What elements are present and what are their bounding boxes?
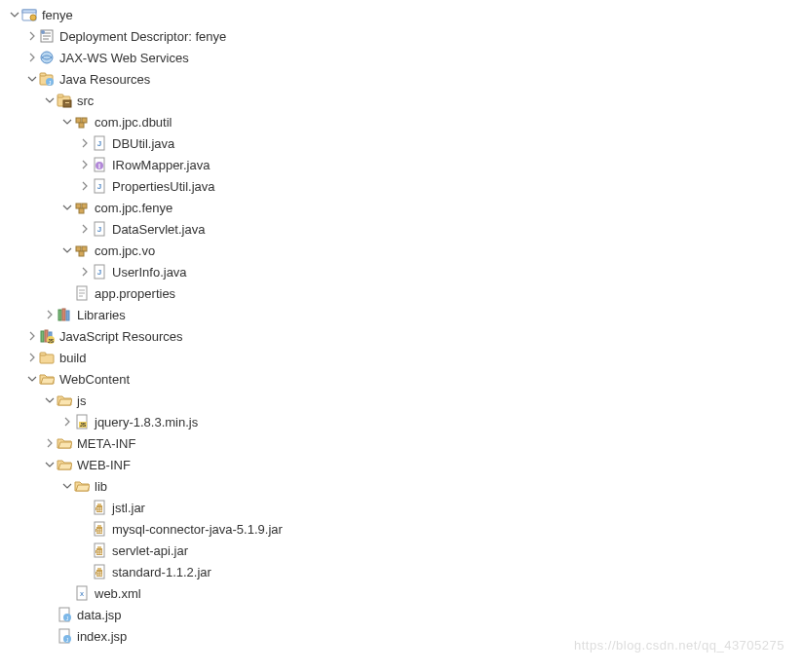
tree-node[interactable]: com.jpc.vo (4, 240, 800, 261)
chevron-right-icon[interactable] (78, 222, 92, 236)
tree-node[interactable]: Deployment Descriptor: fenye (4, 25, 800, 47)
chevron-right-icon[interactable] (25, 29, 39, 43)
tree-node-label: META-INF (76, 436, 135, 451)
tree-node-label: com.jpc.dbutil (94, 115, 172, 130)
tree-node[interactable]: Libraries (4, 304, 800, 325)
folder-open-icon (74, 478, 90, 494)
tree-node[interactable]: WEB-INF (4, 454, 800, 475)
svg-rect-15 (82, 118, 87, 123)
tree-node-label: jquery-1.8.3.min.js (94, 415, 198, 429)
tree-node[interactable]: JAX-WS Web Services (4, 47, 800, 68)
tree-node[interactable]: Xweb.xml (4, 582, 800, 604)
tree-node-label: index.jsp (76, 629, 127, 644)
java-file-icon: J (92, 221, 107, 237)
svg-rect-50 (97, 504, 101, 505)
tree-node-label: lib (94, 479, 107, 494)
chevron-right-icon[interactable] (43, 436, 57, 450)
chevron-right-icon[interactable] (78, 265, 92, 279)
tree-node-label: app.properties (94, 286, 175, 301)
tree-node-label: mysql-connector-java-5.1.9.jar (111, 522, 283, 537)
chevron-right-icon[interactable] (78, 158, 92, 171)
tree-node-label: standard-1.1.2.jar (111, 565, 211, 579)
tree-node[interactable]: 01jstl.jar (4, 497, 800, 518)
java-interface-icon: I (92, 157, 107, 172)
svg-rect-16 (79, 123, 84, 128)
chevron-down-icon[interactable] (60, 243, 74, 257)
tree-node[interactable]: META-INF (4, 432, 800, 454)
tree-node-label: WEB-INF (76, 458, 131, 472)
chevron-right-icon[interactable] (60, 415, 74, 429)
svg-text:J: J (97, 225, 101, 234)
tree-node[interactable]: src (4, 90, 800, 111)
tree-node[interactable]: app.properties (4, 282, 800, 304)
svg-rect-44 (40, 353, 46, 355)
deploy-desc-icon (39, 28, 55, 44)
libraries-icon (57, 307, 72, 322)
jsp-file-icon: J (57, 628, 72, 644)
tree-node[interactable]: 01mysql-connector-java-5.1.9.jar (4, 518, 800, 540)
tree-node[interactable]: fenye (4, 4, 800, 25)
svg-rect-36 (62, 309, 65, 320)
chevron-right-icon[interactable] (25, 329, 39, 343)
tree-node[interactable]: 01servlet-api.jar (4, 540, 800, 561)
chevron-right-icon[interactable] (43, 308, 57, 321)
svg-text:J: J (97, 139, 101, 148)
jar-file-icon: 01 (92, 500, 107, 515)
tree-node[interactable]: 01standard-1.1.2.jar (4, 561, 800, 582)
tree-node[interactable]: lib (4, 475, 800, 497)
chevron-right-icon[interactable] (25, 51, 39, 64)
chevron-down-icon[interactable] (25, 72, 39, 86)
folder-open-icon (57, 457, 72, 472)
chevron-down-icon[interactable] (60, 479, 74, 493)
chevron-down-icon[interactable] (43, 93, 57, 107)
svg-text:J: J (97, 268, 101, 277)
tree-node[interactable]: JSjquery-1.8.3.min.js (4, 411, 800, 432)
jar-file-icon: 01 (92, 542, 107, 558)
chevron-right-icon[interactable] (78, 179, 92, 193)
tree-node-label: js (76, 393, 86, 408)
tree-node[interactable]: JUserInfo.java (4, 261, 800, 282)
tree-node[interactable]: JPropertiesUtil.java (4, 175, 800, 197)
tree-node-label: Libraries (76, 308, 126, 322)
chevron-down-icon[interactable] (60, 115, 74, 129)
js-file-icon: JS (74, 414, 90, 429)
tree-node[interactable]: JDBUtil.java (4, 132, 800, 154)
tree-node-label: UserInfo.java (111, 265, 187, 280)
src-folder-icon (57, 93, 72, 108)
chevron-right-icon[interactable] (25, 351, 39, 364)
tree-node[interactable]: JJava Resources (4, 68, 800, 90)
project-explorer-tree: fenyeDeployment Descriptor: fenyeJAX-WS … (4, 4, 800, 647)
svg-text:01: 01 (96, 571, 102, 577)
tree-node-label: JAX-WS Web Services (58, 51, 189, 65)
chevron-down-icon[interactable] (43, 393, 57, 407)
svg-rect-31 (79, 251, 84, 256)
chevron-right-icon[interactable] (78, 136, 92, 150)
tree-node[interactable]: com.jpc.dbutil (4, 111, 800, 132)
svg-rect-12 (63, 100, 71, 107)
java-file-icon: J (92, 135, 107, 151)
tree-node[interactable]: Jdata.jsp (4, 604, 800, 625)
svg-text:01: 01 (96, 506, 102, 512)
chevron-down-icon[interactable] (43, 458, 57, 471)
folder-open-icon (39, 371, 55, 387)
svg-text:JS: JS (48, 338, 55, 344)
svg-rect-7 (40, 73, 46, 76)
tree-node[interactable]: JDataServlet.java (4, 218, 800, 240)
tree-node[interactable]: WebContent (4, 368, 800, 390)
svg-rect-60 (97, 546, 101, 548)
tree-node[interactable]: IIRowMapper.java (4, 154, 800, 175)
tree-node-label: build (58, 351, 86, 365)
tree-node[interactable]: js (4, 390, 800, 411)
jaxws-icon (39, 50, 55, 65)
tree-node[interactable]: JSJavaScript Resources (4, 325, 800, 347)
tree-node-label: com.jpc.fenye (94, 201, 172, 215)
tree-node-label: src (76, 93, 94, 108)
chevron-down-icon[interactable] (60, 201, 74, 214)
chevron-down-icon[interactable] (8, 8, 21, 21)
js-resources-icon: JS (39, 328, 55, 344)
tree-node[interactable]: build (4, 347, 800, 368)
tree-node-label: jstl.jar (111, 501, 145, 515)
chevron-down-icon[interactable] (25, 372, 39, 386)
tree-node[interactable]: com.jpc.fenye (4, 197, 800, 218)
svg-text:JS: JS (80, 422, 87, 428)
